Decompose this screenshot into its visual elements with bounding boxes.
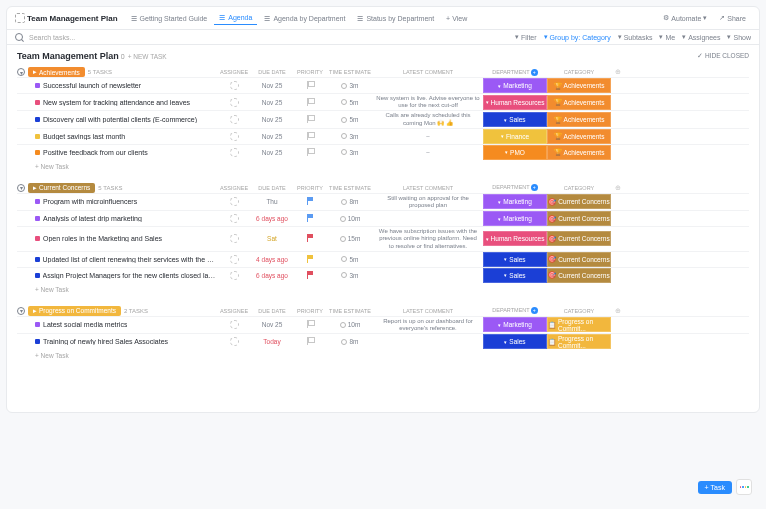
filter-button[interactable]: ▾ Filter — [515, 33, 537, 41]
time-estimate[interactable]: 10m — [327, 215, 373, 222]
task-row[interactable]: Training of newly hired Sales Associates… — [17, 333, 749, 349]
category-cell[interactable]: 🎯Current Concerns — [547, 211, 611, 226]
task-row[interactable]: Discovery call with potential clients (E… — [17, 110, 749, 127]
view-tab[interactable]: ☰Getting Started Guide — [126, 12, 213, 25]
column-header[interactable]: DUE DATE — [251, 185, 293, 191]
view-tab[interactable]: ☰Agenda — [214, 11, 257, 25]
filter-button[interactable]: ▾ Assignees — [682, 33, 720, 41]
time-estimate[interactable]: 3m — [327, 82, 373, 89]
category-cell[interactable]: 🏆Achievements — [547, 112, 611, 127]
department-cell[interactable]: ▾Sales — [483, 334, 547, 349]
category-cell[interactable]: 🏆Achievements — [547, 95, 611, 110]
task-row[interactable]: Open roles in the Marketing and SalesSat… — [17, 226, 749, 251]
search-icon[interactable] — [15, 33, 23, 41]
assignee-cell[interactable] — [217, 98, 251, 107]
filter-button[interactable]: ▾ Me — [659, 33, 675, 41]
column-header[interactable]: DUE DATE — [251, 308, 293, 314]
assignee-cell[interactable] — [217, 255, 251, 264]
priority-cell[interactable] — [293, 255, 327, 264]
automate-button[interactable]: ⚙Automate▾ — [658, 12, 712, 24]
category-cell[interactable]: 🏆Achievements — [547, 145, 611, 160]
column-header[interactable]: LATEST COMMENT — [373, 185, 483, 191]
due-date[interactable]: Sat — [251, 235, 293, 242]
filter-button[interactable]: ▾ Show — [727, 33, 751, 41]
assignee-cell[interactable] — [217, 148, 251, 157]
hide-closed-toggle[interactable]: ✓ HIDE CLOSED — [697, 52, 749, 60]
assignee-cell[interactable] — [217, 81, 251, 90]
time-estimate[interactable]: 5m — [327, 256, 373, 263]
add-view-button[interactable]: + View — [441, 12, 472, 25]
new-task-link[interactable]: + NEW TASK — [128, 53, 167, 60]
assignee-cell[interactable] — [217, 197, 251, 206]
category-cell[interactable]: 🎯Current Concerns — [547, 268, 611, 283]
column-header[interactable]: PRIORITY — [293, 69, 327, 75]
department-cell[interactable]: ▾Finance — [483, 129, 547, 144]
department-cell[interactable]: ▾Human Resources — [483, 231, 547, 246]
settings-icon[interactable] — [15, 13, 25, 23]
assignee-cell[interactable] — [217, 320, 251, 329]
priority-cell[interactable] — [293, 81, 327, 90]
time-estimate[interactable]: 3m — [327, 149, 373, 156]
priority-cell[interactable] — [293, 115, 327, 124]
time-estimate[interactable]: 3m — [327, 272, 373, 279]
time-estimate[interactable]: 8m — [327, 198, 373, 205]
task-row[interactable]: Program with microinfluencersThu8mStill … — [17, 193, 749, 210]
group-pill[interactable]: ▸Current Concerns — [28, 183, 95, 193]
category-cell[interactable]: 🎯Current Concerns — [547, 194, 611, 209]
department-cell[interactable]: ▾Human Resources — [483, 95, 547, 110]
department-cell[interactable]: ▾Sales — [483, 268, 547, 283]
assignee-cell[interactable] — [217, 337, 251, 346]
due-date[interactable]: Nov 25 — [251, 116, 293, 123]
column-header[interactable]: LATEST COMMENT — [373, 308, 483, 314]
priority-cell[interactable] — [293, 214, 327, 223]
column-header[interactable]: LATEST COMMENT — [373, 69, 483, 75]
category-cell[interactable]: 📋Progress on Commit... — [547, 334, 611, 349]
priority-cell[interactable] — [293, 234, 327, 243]
task-row[interactable]: Latest social media metricsNov 2510mRepo… — [17, 316, 749, 333]
category-cell[interactable]: 🏆Achievements — [547, 78, 611, 93]
column-header[interactable]: PRIORITY — [293, 308, 327, 314]
filter-button[interactable]: ▾ Group by: Category — [544, 33, 611, 41]
view-tab[interactable]: ☰Status by Department — [352, 12, 439, 25]
due-date[interactable]: Nov 25 — [251, 133, 293, 140]
department-cell[interactable]: ▾Marketing — [483, 211, 547, 226]
due-date[interactable]: 4 days ago — [251, 256, 293, 263]
collapse-icon[interactable]: ▾ — [17, 307, 25, 315]
collapse-icon[interactable]: ▾ — [17, 68, 25, 76]
new-task-row[interactable]: + New Task — [17, 283, 749, 296]
priority-cell[interactable] — [293, 132, 327, 141]
time-estimate[interactable]: 5m — [327, 99, 373, 106]
assignee-cell[interactable] — [217, 115, 251, 124]
column-header[interactable]: ASSIGNEE — [217, 69, 251, 75]
priority-cell[interactable] — [293, 337, 327, 346]
time-estimate[interactable]: 3m — [327, 133, 373, 140]
add-column-icon[interactable]: ⊕ — [611, 184, 625, 192]
priority-cell[interactable] — [293, 148, 327, 157]
time-estimate[interactable]: 8m — [327, 338, 373, 345]
assignee-cell[interactable] — [217, 234, 251, 243]
share-button[interactable]: ↗Share — [714, 12, 751, 24]
department-cell[interactable]: ▾Sales — [483, 112, 547, 127]
column-header[interactable]: ASSIGNEE — [217, 185, 251, 191]
new-task-row[interactable]: + New Task — [17, 160, 749, 173]
due-date[interactable]: 6 days ago — [251, 272, 293, 279]
due-date[interactable]: Nov 25 — [251, 99, 293, 106]
task-row[interactable]: Successful launch of newsletterNov 253m▾… — [17, 77, 749, 93]
priority-cell[interactable] — [293, 197, 327, 206]
category-cell[interactable]: 🎯Current Concerns — [547, 231, 611, 246]
filter-button[interactable]: ▾ Subtasks — [618, 33, 653, 41]
task-row[interactable]: Updated list of client renewing their se… — [17, 251, 749, 267]
department-cell[interactable]: ▾Marketing — [483, 317, 547, 332]
column-header[interactable]: CATEGORY — [547, 185, 611, 191]
priority-cell[interactable] — [293, 320, 327, 329]
department-cell[interactable]: ▾Sales — [483, 252, 547, 267]
due-date[interactable]: 6 days ago — [251, 215, 293, 222]
category-cell[interactable]: 📋Progress on Commit... — [547, 317, 611, 332]
search-input[interactable]: Search tasks... — [29, 34, 75, 41]
task-row[interactable]: Budget savings last monthNov 253m–▾Finan… — [17, 128, 749, 144]
column-header[interactable]: DUE DATE — [251, 69, 293, 75]
group-pill[interactable]: ▸Progress on Commitments — [28, 306, 121, 316]
category-cell[interactable]: 🎯Current Concerns — [547, 252, 611, 267]
column-header[interactable]: TIME ESTIMATE — [327, 185, 373, 191]
due-date[interactable]: Nov 25 — [251, 149, 293, 156]
